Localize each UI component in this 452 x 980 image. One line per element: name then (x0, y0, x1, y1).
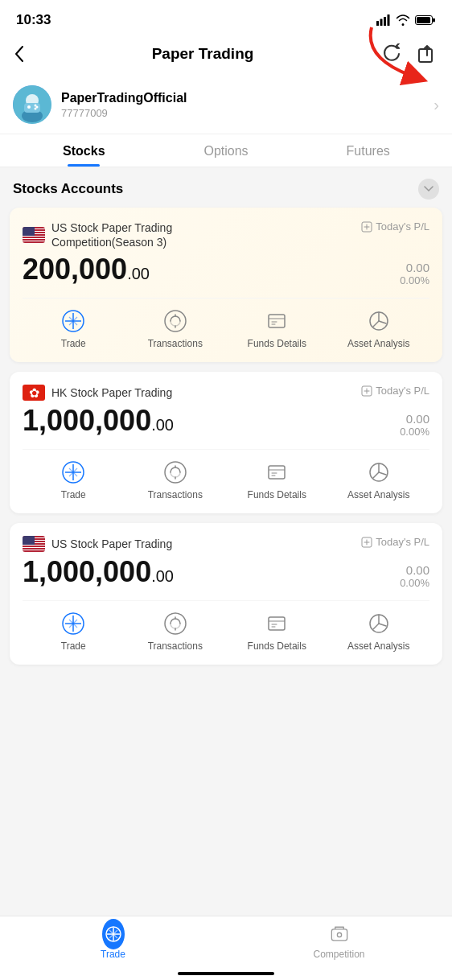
tab-stocks[interactable]: Stocks (13, 134, 155, 167)
asset-action-3[interactable]: Asset Analysis (328, 611, 430, 652)
card-title-row-2: ✿ HK Stock Paper Trading (23, 385, 172, 401)
card-amount-1: 200,000.00 (23, 253, 150, 286)
transactions-label-3: Transactions (148, 640, 203, 652)
transactions-action-3[interactable]: Transactions (125, 611, 227, 652)
svg-rect-1 (380, 19, 383, 26)
asset-label-1: Asset Analysis (347, 338, 409, 349)
collapse-button[interactable] (418, 179, 439, 200)
transactions-icon-2 (162, 459, 188, 485)
pl-icon-1 (361, 221, 372, 233)
today-pl-label-1: Today's P/L (361, 220, 429, 233)
profile-id: 77777009 (61, 107, 434, 119)
trade-icon-1 (60, 308, 86, 334)
asset-icon-3 (366, 611, 392, 636)
svg-rect-0 (376, 21, 379, 26)
tab-options[interactable]: Options (155, 134, 298, 167)
card-title-row-1: US Stock Paper TradingCompetition(Season… (23, 220, 172, 249)
asset-action-2[interactable]: Asset Analysis (328, 459, 430, 500)
transactions-icon-3 (162, 611, 188, 636)
card-header-2: ✿ HK Stock Paper Trading Today's P/L (23, 385, 429, 401)
svg-point-56 (337, 933, 341, 937)
funds-label-3: Funds Details (248, 640, 306, 652)
trade-action-2[interactable]: Trade (23, 459, 125, 500)
svg-rect-2 (384, 17, 386, 26)
funds-action-2[interactable]: Funds Details (226, 459, 328, 500)
card-header-1: US Stock Paper TradingCompetition(Season… (23, 220, 429, 249)
profile-row[interactable]: PaperTradingOfficial 77777009 › (0, 76, 452, 134)
card-amount-2: 1,000,000.00 (23, 404, 174, 438)
transactions-action-1[interactable]: Transactions (125, 308, 227, 349)
funds-action-3[interactable]: Funds Details (226, 611, 328, 652)
nav-competition[interactable]: Competition (226, 923, 452, 960)
svg-rect-23 (269, 315, 285, 327)
funds-icon-2 (264, 459, 290, 485)
us-flag-icon-3 (23, 536, 45, 552)
trade-action-3[interactable]: Trade (23, 611, 125, 652)
tabs-bar: Stocks Options Futures (0, 134, 452, 167)
card-main-1: 200,000.00 0.00 0.00% (23, 253, 429, 286)
battery-icon (415, 14, 436, 26)
asset-action-1[interactable]: Asset Analysis (328, 308, 430, 349)
svg-point-12 (27, 105, 31, 109)
account-card-2: ✿ HK Stock Paper Trading Today's P/L 1,0… (10, 372, 442, 513)
avatar-image (13, 85, 51, 124)
trade-label-3: Trade (61, 640, 86, 652)
account-card-1: US Stock Paper TradingCompetition(Season… (10, 208, 442, 362)
svg-rect-6 (417, 17, 430, 23)
status-bar: 10:33 (0, 0, 452, 35)
card-header-3: US Stock Paper Trading Today's P/L (23, 536, 429, 552)
trade-icon-2 (60, 459, 86, 485)
card-amount-3: 1,000,000.00 (23, 555, 174, 589)
card-actions-1: Trade Transactions (23, 298, 429, 349)
hk-flag-icon: ✿ (23, 385, 45, 401)
funds-icon-1 (264, 308, 290, 334)
funds-action-1[interactable]: Funds Details (226, 308, 328, 349)
transactions-action-2[interactable]: Transactions (125, 459, 227, 500)
tab-futures[interactable]: Futures (297, 134, 439, 167)
svg-rect-3 (388, 14, 390, 26)
competition-nav-label: Competition (313, 949, 364, 960)
back-button[interactable] (13, 43, 26, 64)
trade-icon-3 (60, 611, 86, 636)
bottom-nav: Trade Competition (0, 916, 452, 980)
card-actions-2: Trade Transactions (23, 449, 429, 500)
nav-trade[interactable]: Trade (0, 923, 226, 960)
card-main-2: 1,000,000.00 0.00 0.00% (23, 404, 429, 438)
svg-rect-5 (433, 18, 435, 22)
asset-label-2: Asset Analysis (347, 489, 409, 500)
transactions-icon-1 (162, 308, 188, 334)
asset-icon-1 (366, 308, 392, 334)
svg-rect-35 (269, 466, 285, 479)
funds-label-2: Funds Details (248, 489, 306, 500)
pl-icon-2 (361, 385, 372, 397)
svg-point-32 (165, 462, 186, 483)
svg-rect-47 (269, 617, 285, 630)
competition-nav-icon (328, 923, 351, 945)
refresh-button[interactable] (380, 42, 404, 66)
svg-point-20 (165, 311, 186, 331)
card-actions-3: Trade Transactions (23, 600, 429, 652)
asset-icon-2 (366, 459, 392, 485)
funds-icon-3 (264, 611, 290, 636)
card-title-2: HK Stock Paper Trading (51, 385, 172, 400)
card-pl-values-1: 0.00 0.00% (400, 261, 429, 286)
card-title-row-3: US Stock Paper Trading (23, 536, 172, 552)
today-pl-label-2: Today's P/L (361, 385, 429, 397)
trade-action-1[interactable]: Trade (23, 308, 125, 349)
card-main-3: 1,000,000.00 0.00 0.00% (23, 555, 429, 589)
svg-rect-55 (331, 929, 347, 941)
us-flag-icon-1 (23, 227, 45, 243)
status-time: 10:33 (16, 12, 51, 28)
account-card-3: US Stock Paper Trading Today's P/L 1,000… (10, 523, 442, 665)
page-title: Paper Trading (152, 45, 254, 63)
header-actions (380, 42, 439, 66)
funds-label-1: Funds Details (248, 338, 306, 349)
share-button[interactable] (415, 42, 439, 66)
svg-point-44 (165, 613, 186, 634)
trade-nav-icon (102, 923, 125, 945)
today-pl-label-3: Today's P/L (361, 536, 429, 548)
trade-label-1: Trade (61, 338, 86, 349)
trade-nav-label: Trade (101, 949, 125, 960)
signal-icon (376, 14, 391, 26)
app-header: Paper Trading (0, 35, 452, 76)
